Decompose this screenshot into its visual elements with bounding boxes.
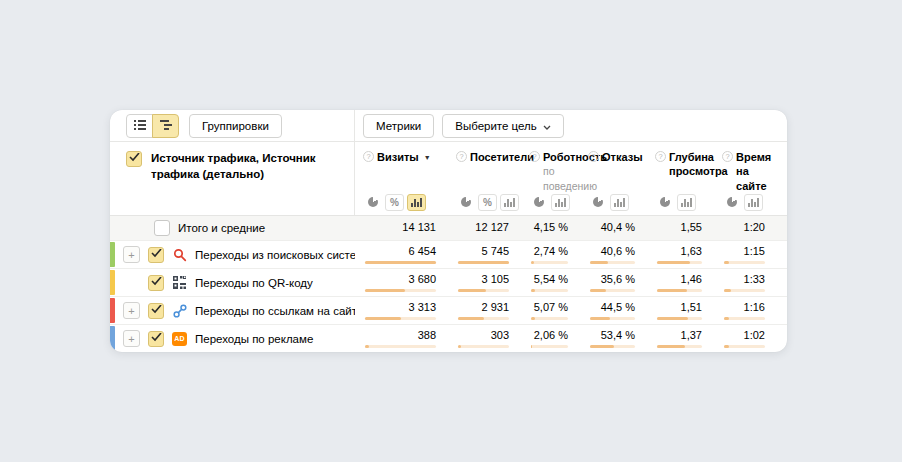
metric-cell: 2,74 % [521,241,580,268]
row-color-strip [110,270,115,295]
value-bar [458,317,509,320]
pie-chart-icon [660,197,670,207]
table-row: + AD Переходы по рекламе 388 303 2,06 % … [110,324,787,352]
value-bar [458,289,509,292]
row-checkbox[interactable] [148,247,164,263]
column-header-time-on-site: ? Время на сайте [714,142,777,216]
metric-cell: 1:16 [714,297,777,324]
pie-mode-button[interactable] [722,194,741,211]
metrics-button-label: Метрики [376,120,421,132]
goal-selector-dropdown[interactable]: Выберите цель [442,114,564,138]
toolbar-right: Метрики Выберите цель [355,110,787,141]
totals-value: 1,55 [647,216,714,240]
value-bar [365,261,436,264]
pie-mode-button[interactable] [529,194,548,211]
metric-cell: 35,6 % [580,269,647,296]
help-icon[interactable]: ? [655,151,666,162]
row-checkbox[interactable] [148,331,164,347]
expand-row-button[interactable]: + [123,246,140,263]
dimension-header-cell: Источник трафика, Источник трафика (дета… [110,142,355,216]
pie-chart-icon [727,197,737,207]
value-bar [531,345,568,348]
qr-code-icon [172,275,187,290]
column-header-visitors: ? Посетители % [448,142,521,216]
metrics-button[interactable]: Метрики [363,114,434,138]
groupings-button-label: Группировки [202,120,269,132]
pie-chart-icon [368,197,378,207]
help-icon[interactable]: ? [588,151,599,162]
value-bar [657,261,702,264]
metric-cell: 44,5 % [580,297,647,324]
bar-chart-icon [504,197,515,207]
bars-mode-button[interactable] [407,194,426,211]
totals-value: 40,4 % [580,216,647,240]
row-label[interactable]: Переходы по ссылкам на сайтах [195,305,355,317]
bar-chart-icon [411,197,422,207]
dimension-header-label: Источник трафика, Источник трафика (дета… [151,151,346,182]
row-name-cell: Переходы по QR-коду [110,269,355,296]
view-toggle-group [126,114,179,138]
metric-cell: 1:33 [714,269,777,296]
totals-value: 1:20 [714,216,777,240]
bars-mode-button[interactable] [610,194,629,211]
percent-mode-button[interactable]: % [385,194,404,211]
goal-selector-label: Выберите цель [455,120,537,132]
tree-view-button[interactable] [152,114,179,138]
row-label[interactable]: Переходы из поисковых систем [195,249,355,261]
value-bar [531,261,568,264]
value-bar [657,289,702,292]
value-bar [657,345,702,348]
value-bar [590,345,635,348]
bars-mode-button[interactable] [677,194,696,211]
help-icon[interactable]: ? [722,151,733,162]
row-color-strip [110,242,115,267]
row-label[interactable]: Переходы по рекламе [195,333,313,345]
metric-cell: 40,6 % [580,241,647,268]
help-icon[interactable]: ? [363,151,374,162]
display-mode-group [722,194,763,211]
tree-view-icon [160,118,172,133]
bars-mode-button[interactable] [744,194,763,211]
metric-cell: 1,46 [647,269,714,296]
pie-mode-button[interactable] [363,194,382,211]
row-label[interactable]: Переходы по QR-коду [195,277,313,289]
value-bar [458,345,509,348]
column-label[interactable]: Отказы [602,150,643,164]
report-card: Группировки Метрики Выберите цель Источн… [110,110,787,352]
value-bar [724,317,765,320]
metric-cell: 1,51 [647,297,714,324]
display-mode-group: % [363,194,426,211]
select-all-checkbox[interactable] [126,151,142,167]
value-bar [590,261,635,264]
metric-cell: 3 105 [448,269,521,296]
pie-mode-button[interactable] [456,194,475,211]
percent-mode-button[interactable]: % [478,194,497,211]
help-icon[interactable]: ? [456,151,467,162]
bars-mode-button[interactable] [500,194,519,211]
row-color-strip [110,298,115,323]
display-mode-group: % [456,194,519,211]
pie-mode-button[interactable] [588,194,607,211]
pie-mode-button[interactable] [655,194,674,211]
percent-icon: % [390,197,399,208]
pie-chart-icon [461,197,471,207]
expand-row-button[interactable]: + [123,330,140,347]
column-label[interactable]: Визиты [377,150,419,164]
row-checkbox[interactable] [148,275,164,291]
pie-chart-icon [593,197,603,207]
expand-row-button[interactable]: + [123,302,140,319]
column-label[interactable]: Время на сайте [736,150,771,193]
row-checkbox[interactable] [148,303,164,319]
metric-cell: 303 [448,325,521,352]
metric-cell: 1,37 [647,325,714,352]
value-bar [724,289,765,292]
help-icon[interactable]: ? [529,151,540,162]
metric-cell: 388 [355,325,448,352]
flat-list-view-button[interactable] [126,114,153,138]
sort-desc-icon: ▼ [424,153,431,162]
totals-checkbox[interactable] [154,220,170,236]
column-header-robotness: ? Роботностьпо поведению [521,142,580,216]
groupings-button[interactable]: Группировки [189,114,282,138]
metric-cell: 6 454 [355,241,448,268]
bars-mode-button[interactable] [551,194,570,211]
